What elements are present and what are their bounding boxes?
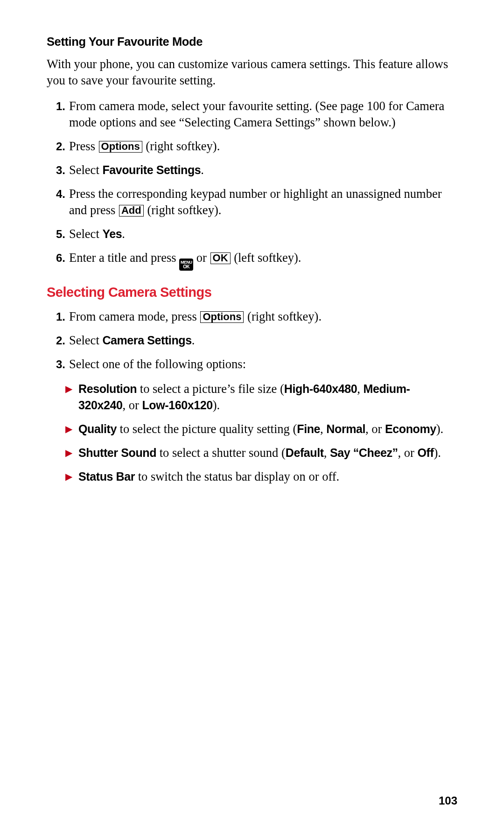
triangle-bullet-icon: ▶: [65, 381, 78, 395]
bold-label: Quality: [78, 422, 117, 435]
bold-label: Favourite Settings: [102, 163, 201, 176]
text: From camera mode, press: [69, 309, 200, 323]
text: (left softkey).: [231, 251, 301, 265]
text: (right softkey).: [244, 309, 322, 323]
text: (right softkey).: [144, 203, 222, 217]
bold-label: Normal: [326, 422, 365, 435]
step-text: Select one of the following options:: [69, 356, 448, 372]
bullet-shutter-sound: ▶ Shutter Sound to select a shutter soun…: [47, 445, 457, 461]
step-2: 2. Press Options (right softkey).: [47, 138, 457, 154]
bold-label: Fine: [297, 422, 320, 435]
bold-label: Economy: [385, 422, 436, 435]
step-text: Select Favourite Settings.: [69, 162, 448, 178]
step-4: 4. Press the corresponding keypad number…: [47, 186, 457, 218]
bold-label: Off: [418, 446, 434, 459]
keycap-add: Add: [119, 205, 144, 217]
section-subhead-favourite-mode: Setting Your Favourite Mode: [47, 35, 457, 49]
bullet-text: Resolution to select a picture’s file si…: [78, 381, 448, 413]
icon-line2: OK: [183, 265, 189, 269]
step-text: Press Options (right softkey).: [69, 138, 448, 154]
keycap-options: Options: [200, 311, 244, 323]
bullet-resolution: ▶ Resolution to select a picture’s file …: [47, 381, 457, 413]
bullet-status-bar: ▶ Status Bar to switch the status bar di…: [47, 469, 457, 485]
menu-ok-icon: MENUOK: [179, 259, 193, 271]
triangle-bullet-icon: ▶: [65, 445, 78, 459]
bold-label: Yes: [102, 227, 122, 240]
step-number: 1.: [47, 308, 69, 324]
bold-label: High-640x480: [284, 382, 357, 395]
text: Select: [69, 163, 102, 177]
text: , or: [398, 446, 418, 460]
step-number: 3.: [47, 356, 69, 372]
step-text: From camera mode, select your favourite …: [69, 98, 448, 131]
bullet-quality: ▶ Quality to select the picture quality …: [47, 421, 457, 437]
triangle-bullet-icon: ▶: [65, 421, 78, 435]
text: ,: [357, 382, 363, 396]
step-text: Press the corresponding keypad number or…: [69, 186, 448, 218]
section2-bullets: ▶ Resolution to select a picture’s file …: [47, 381, 457, 485]
bold-label: Status Bar: [78, 470, 135, 483]
step-2: 2. Select Camera Settings.: [47, 332, 457, 349]
step-5: 5. Select Yes.: [47, 226, 457, 242]
step-text: Select Yes.: [69, 226, 448, 242]
step-3: 3. Select one of the following options:: [47, 356, 457, 372]
text: ).: [213, 398, 220, 412]
step-number: 2.: [47, 332, 69, 348]
keycap-ok: OK: [210, 252, 231, 264]
step-number: 5.: [47, 226, 69, 242]
step-number: 2.: [47, 138, 69, 154]
bullet-text: Shutter Sound to select a shutter sound …: [78, 445, 448, 461]
text: to select the picture quality setting (: [117, 422, 297, 436]
step-text: Select Camera Settings.: [69, 332, 448, 349]
text: or: [193, 251, 210, 265]
section1-intro: With your phone, you can customize vario…: [47, 56, 457, 89]
step-text: Enter a title and press MENUOK or OK (le…: [69, 250, 448, 271]
bullet-text: Status Bar to switch the status bar disp…: [78, 469, 448, 485]
keycap-options: Options: [99, 141, 142, 153]
step-1: 1. From camera mode, press Options (righ…: [47, 308, 457, 325]
text: (right softkey).: [143, 139, 220, 153]
text: Press: [69, 139, 98, 153]
bullet-text: Quality to select the picture quality se…: [78, 421, 448, 437]
manual-page: Setting Your Favourite Mode With your ph…: [0, 0, 504, 840]
step-number: 1.: [47, 98, 69, 114]
text: .: [122, 227, 125, 241]
bold-label: Resolution: [78, 382, 137, 395]
bold-label: Shutter Sound: [78, 446, 156, 459]
text: , or: [123, 398, 142, 412]
step-text: From camera mode, press Options (right s…: [69, 308, 448, 325]
text: to switch the status bar display on or o…: [135, 469, 339, 483]
bold-label: Say “Cheez”: [330, 446, 398, 459]
text: .: [201, 163, 204, 177]
text: ,: [324, 446, 330, 460]
text: Enter a title and press: [69, 251, 179, 265]
section1-steps: 1. From camera mode, select your favouri…: [47, 98, 457, 271]
text: ).: [434, 446, 441, 460]
step-1: 1. From camera mode, select your favouri…: [47, 98, 457, 131]
step-number: 6.: [47, 250, 69, 266]
triangle-bullet-icon: ▶: [65, 469, 78, 483]
bold-label: Low-160x120: [142, 399, 212, 412]
text: to select a shutter sound (: [156, 446, 286, 460]
step-6: 6. Enter a title and press MENUOK or OK …: [47, 250, 457, 271]
text: to select a picture’s file size (: [137, 382, 284, 396]
bold-label: Default: [286, 446, 324, 459]
step-number: 4.: [47, 186, 69, 202]
text: , or: [365, 422, 385, 436]
section2-steps: 1. From camera mode, press Options (righ…: [47, 308, 457, 372]
step-3: 3. Select Favourite Settings.: [47, 162, 457, 178]
section-heading-camera-settings: Selecting Camera Settings: [47, 285, 457, 300]
text: ,: [320, 422, 326, 436]
text: .: [192, 333, 195, 347]
text: Select: [69, 227, 102, 241]
text: Select: [69, 333, 102, 347]
text: ).: [436, 422, 443, 436]
bold-label: Camera Settings: [102, 334, 191, 347]
page-number: 103: [439, 794, 457, 807]
step-number: 3.: [47, 162, 69, 178]
